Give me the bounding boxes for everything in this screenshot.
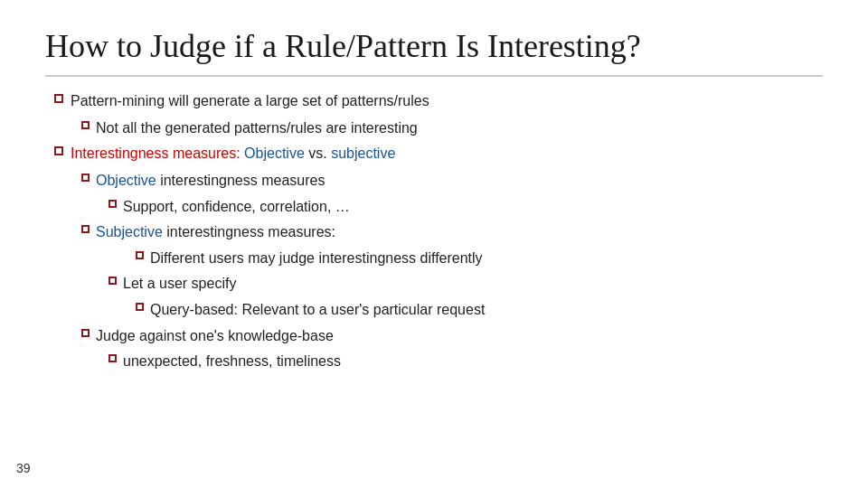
- list-item: Let a user specify: [45, 272, 823, 296]
- list-item: Query-based: Relevant to a user's partic…: [45, 298, 823, 322]
- bullet-text: Subjective interestingness measures:: [96, 221, 335, 244]
- title-divider: [45, 75, 823, 77]
- list-item: Not all the generated patterns/rules are…: [45, 117, 823, 140]
- bullet-text: Judge against one's knowledge-base: [96, 324, 334, 348]
- bullet-text: Support, confidence, correlation, …: [123, 195, 350, 219]
- list-item: Pattern-mining will generate a large set…: [45, 89, 823, 113]
- list-item: Different users may judge interestingnes…: [45, 247, 823, 270]
- bullet-text: Let a user specify: [123, 272, 236, 296]
- bullet-icon: [81, 121, 90, 129]
- bullet-icon: [54, 146, 63, 155]
- text-subjective: subjective: [331, 145, 395, 161]
- text-subjective2: Subjective: [96, 224, 163, 239]
- bullet-icon: [108, 200, 117, 208]
- bullet-text: Query-based: Relevant to a user's partic…: [150, 298, 485, 322]
- text-interestingness: Interestingness measures:: [71, 145, 244, 161]
- bullet-icon: [81, 225, 90, 233]
- bullet-text: Different users may judge interestingnes…: [150, 247, 483, 270]
- bullet-icon: [54, 94, 63, 103]
- bullet-text: Interestingness measures: Objective vs. …: [71, 142, 395, 165]
- bullet-icon: [108, 277, 117, 285]
- slide: How to Judge if a Rule/Pattern Is Intere…: [0, 0, 868, 488]
- bullet-text: unexpected, freshness, timeliness: [123, 350, 341, 373]
- text-objective2: Objective: [96, 173, 156, 188]
- bullet-icon: [136, 303, 144, 311]
- bullet-text: Not all the generated patterns/rules are…: [96, 117, 418, 140]
- bullet-text: Pattern-mining will generate a large set…: [71, 89, 429, 113]
- list-item: Subjective interestingness measures:: [45, 221, 823, 244]
- slide-content: Pattern-mining will generate a large set…: [45, 89, 823, 373]
- list-item: unexpected, freshness, timeliness: [45, 350, 823, 373]
- slide-title: How to Judge if a Rule/Pattern Is Intere…: [45, 27, 823, 66]
- bullet-icon: [108, 354, 117, 362]
- list-item: Interestingness measures: Objective vs. …: [45, 142, 823, 165]
- list-item: Judge against one's knowledge-base: [45, 324, 823, 348]
- bullet-text: Objective interestingness measures: [96, 169, 325, 192]
- list-item: Objective interestingness measures: [45, 169, 823, 192]
- text-objective: Objective: [244, 145, 305, 161]
- bullet-icon: [136, 251, 144, 259]
- bullet-icon: [81, 329, 90, 337]
- page-number: 39: [16, 461, 31, 475]
- list-item: Support, confidence, correlation, …: [45, 195, 823, 219]
- bullet-icon: [81, 174, 90, 182]
